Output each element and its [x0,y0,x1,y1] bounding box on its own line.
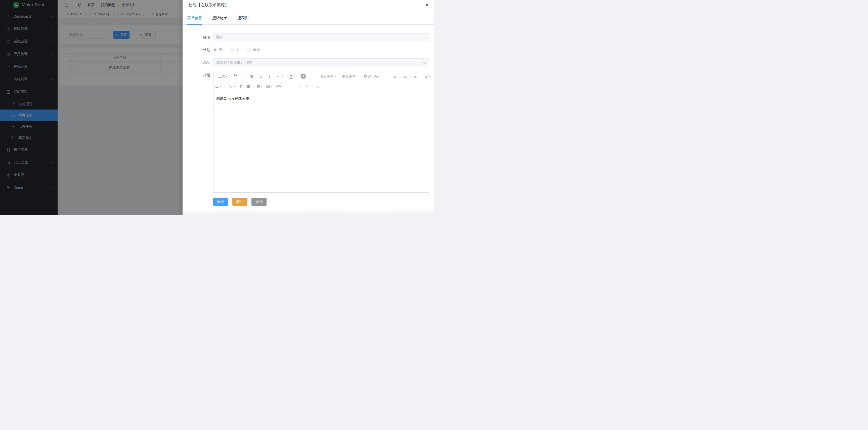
tab-flow-records[interactable]: 流转记录 [212,16,227,24]
gender-label: 性别 [203,48,210,52]
close-icon[interactable]: × [426,2,429,7]
address-label: 地址 [203,60,210,64]
required-asterisk: * [201,35,203,39]
address-cascader[interactable]: 湖南省 / 长沙市 / 岳麓区 [213,58,429,66]
video-dropdown[interactable]: ▾ [256,84,262,88]
dropdown-caret-icon: ▾ [294,75,295,78]
paragraph-style-dropdown[interactable]: 正文▾ [218,74,227,79]
bullet-list-icon[interactable] [393,74,397,78]
blockquote-icon[interactable]: “ [234,75,237,78]
fullscreen-icon[interactable] [317,84,320,88]
delegate-button[interactable]: 委托 [251,198,267,206]
align-dropdown[interactable]: ▾ [424,74,430,78]
radio-unknown[interactable]: 未知 [247,48,260,52]
font-color-dropdown[interactable]: A▾ [289,74,295,79]
dropdown-caret-icon: ▾ [282,75,283,78]
drawer-footer-strip [183,208,434,215]
rich-text-editor: 正文▾ “ B U I ⋯▾ A▾ A▾ 默认字号▾ 默认字体▾ 默认行高▾ 1… [213,71,429,193]
approve-button[interactable]: 同意 [213,198,228,206]
radio-male[interactable]: 男 [213,48,222,52]
drawer-actions: 同意 驳回 委托 [213,198,434,206]
dropdown-caret-icon: ▾ [429,75,430,78]
form-row-gender: *性别 男 女 未知 [183,46,434,54]
editor-toolbar-row1: 正文▾ “ B U I ⋯▾ A▾ A▾ 默认字号▾ 默认字体▾ 默认行高▾ 1… [214,71,429,81]
name-field[interactable] [213,33,429,41]
svg-text:3: 3 [403,77,404,78]
font-size-dropdown[interactable]: 默认字号▾ [321,74,336,79]
redo-icon[interactable] [305,84,309,88]
dropdown-caret-icon: ▾ [335,75,336,78]
divider-line-icon[interactable] [285,84,289,88]
reject-button[interactable]: 驳回 [232,198,247,206]
radio-female[interactable]: 女 [230,48,239,52]
dropdown-caret-icon: ▾ [251,85,252,87]
tab-form-info[interactable]: 表单信息 [187,16,202,24]
form-row-name: *姓名 [183,33,434,41]
toolbar-divider [314,73,314,79]
radio-selected-icon [213,48,217,52]
tab-flow-diagram[interactable]: 流程图 [237,16,249,24]
editor-content[interactable]: 测试Online在线表单 [214,91,429,192]
radio-unselected-icon [247,48,251,52]
line-height-dropdown[interactable]: 默认行高▾ [364,74,379,79]
dropdown-caret-icon: ▾ [220,85,221,87]
bg-color-dropdown[interactable]: A▾ [301,74,308,79]
dropdown-caret-icon: ▾ [378,75,379,78]
link-icon[interactable] [239,84,243,88]
drawer-tabs: 表单信息 流转记录 流程图 [183,10,434,25]
required-asterisk: * [201,60,203,64]
toolbar-divider [225,83,225,89]
form-row-intro: 介绍 正文▾ “ B U I ⋯▾ A▾ A▾ 默认字号▾ 默认字体▾ 默认行高… [183,71,434,193]
gender-radio-group: 男 女 未知 [213,46,429,54]
bold-button[interactable]: B [250,74,253,79]
radio-unselected-icon [230,48,234,52]
dropdown-caret-icon: ▾ [271,85,272,87]
indent-dropdown[interactable]: ▾ [215,84,221,88]
process-drawer: 处理【在线表单流程】 × 表单信息 流转记录 流程图 *姓名 *性别 男 女 [183,0,434,215]
font-family-dropdown[interactable]: 默认字体▾ [342,74,358,79]
drawer-title: 处理【在线表单流程】 [189,2,229,8]
dropdown-caret-icon: ▾ [356,75,358,78]
required-asterisk: * [201,48,203,52]
code-block-icon[interactable]: </> [276,84,281,88]
drawer-header: 处理【在线表单流程】 × [183,0,434,10]
editor-toolbar-row2: ▾ ▾ ▾ ▾ ▾ </> [214,81,429,91]
toolbar-divider [293,83,293,89]
chevron-down-icon [424,61,426,64]
toolbar-divider [244,73,244,79]
emoji-dropdown[interactable]: ▾ [229,84,235,88]
image-dropdown[interactable]: ▾ [246,84,252,88]
table-dropdown[interactable]: ▾ [266,84,272,88]
more-styles-dropdown[interactable]: ⋯▾ [277,74,283,79]
drawer-form: *姓名 *性别 男 女 未知 *地址 [183,25,434,206]
dropdown-caret-icon: ▾ [261,85,262,87]
dropdown-caret-icon: ▾ [226,75,227,78]
dropdown-caret-icon: ▾ [234,85,235,87]
form-row-address: *地址 湖南省 / 长沙市 / 岳麓区 [183,58,434,66]
underline-button[interactable]: U [259,74,262,79]
dropdown-caret-icon: ▾ [307,75,308,78]
todo-list-icon[interactable] [414,74,417,78]
numbered-list-icon[interactable]: 123 [403,74,407,78]
name-label: 姓名 [203,35,210,39]
intro-label: 介绍 [203,73,210,77]
italic-button[interactable]: I [269,74,270,79]
undo-icon[interactable] [297,84,301,88]
